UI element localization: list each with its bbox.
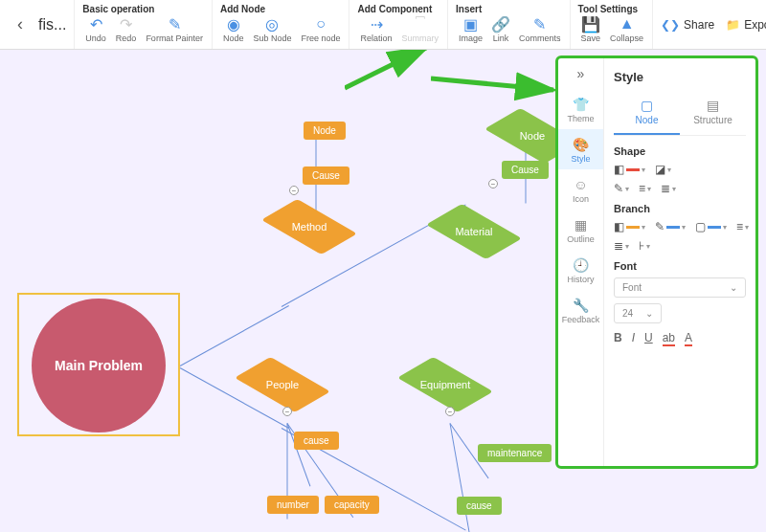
panel-content: Style ▢Node ▤Structure Shape ◧▾ ◪▾ ✎▾ ≡▾…: [604, 58, 755, 466]
people-capacity-tag[interactable]: capacity: [325, 496, 379, 514]
branch-style2-control[interactable]: ⊦▾: [639, 239, 650, 253]
panel-collapse-button[interactable]: »: [558, 58, 603, 89]
pen-icon: ✎: [614, 182, 623, 195]
branch-lines-control[interactable]: ≡▾: [736, 220, 749, 233]
insert-link-button[interactable]: 🔗Link: [487, 15, 514, 43]
collapse-icon: ▲: [619, 15, 636, 33]
share-icon: ❮❯: [661, 18, 680, 32]
top-toolbar: ‹ fis... Basic operation ↶Undo ↷Redo ✎Fo…: [0, 0, 766, 50]
comments-icon: ✎: [531, 15, 549, 33]
border-color-control[interactable]: ✎▾: [614, 182, 629, 195]
shape-fill-control[interactable]: ◧▾: [614, 163, 645, 176]
chevron-down-icon: ⌄: [645, 308, 653, 319]
people-number-tag[interactable]: number: [267, 496, 319, 514]
redo-button[interactable]: ↷Redo: [111, 15, 142, 43]
branch-pen-control[interactable]: ✎▾: [655, 220, 686, 233]
section-branch-label: Branch: [614, 203, 746, 214]
people-cause-tag[interactable]: cause: [294, 432, 339, 450]
main-problem-label: Main Problem: [55, 358, 143, 373]
section-font-label: Font: [614, 260, 746, 272]
collapse-dot[interactable]: −: [282, 407, 292, 416]
branch-fill-control[interactable]: ◧▾: [614, 220, 645, 233]
material-cause-tag[interactable]: Cause: [502, 161, 549, 179]
method-cause-tag[interactable]: Cause: [303, 166, 349, 185]
branch-style1-control[interactable]: ≣▾: [614, 239, 629, 253]
shape-type-control[interactable]: ◪▾: [655, 163, 671, 176]
material-node[interactable]: Material: [440, 198, 507, 265]
brush-icon: ✎: [166, 15, 183, 33]
lines-icon: ≡: [736, 220, 743, 233]
panel-tab-history[interactable]: 🕘History: [558, 250, 603, 290]
panel-tab-outline[interactable]: ▦Outline: [558, 210, 603, 250]
highlight-button[interactable]: ab: [663, 331, 675, 346]
shirt-icon: 👕: [572, 95, 591, 114]
palette-icon: 🎨: [572, 135, 591, 154]
undo-button[interactable]: ↶Undo: [80, 15, 111, 43]
italic-button[interactable]: I: [632, 331, 635, 346]
font-family-select[interactable]: Font⌄: [614, 277, 746, 298]
node-icon: ◉: [225, 15, 242, 33]
summary-button[interactable]: ⎴Summary: [397, 15, 444, 43]
add-freenode-button[interactable]: ○Free node: [296, 15, 345, 43]
branch-icon: ⊦: [639, 239, 644, 253]
font-color-button[interactable]: A: [685, 331, 692, 346]
filename: fis...: [38, 16, 66, 33]
add-node-button[interactable]: ◉Node: [218, 15, 249, 43]
grid-icon: ▦: [572, 215, 591, 234]
collapse-dot[interactable]: −: [289, 186, 299, 195]
panel-sidebar: » 👕Theme 🎨Style ☺Icon ▦Outline 🕘History …: [558, 58, 604, 466]
group-basic: Basic operation ↶Undo ↷Redo ✎Format Pain…: [75, 0, 213, 49]
font-size-select[interactable]: 24⌄: [614, 303, 662, 323]
shape-icon: ◪: [655, 163, 665, 176]
format-painter-button[interactable]: ✎Format Painter: [141, 15, 208, 43]
collapse-dot[interactable]: −: [445, 407, 455, 416]
border-width-control[interactable]: ≡▾: [639, 182, 651, 195]
freenode-icon: ○: [312, 15, 329, 33]
main-problem-node[interactable]: Main Problem: [17, 293, 180, 436]
line-style-icon: ≣: [661, 182, 670, 195]
line-style-icon: ≣: [614, 239, 623, 253]
underline-button[interactable]: U: [644, 331, 653, 346]
subtab-node[interactable]: ▢Node: [614, 94, 680, 135]
highlight-arrow-icon: [431, 69, 565, 107]
relation-icon: ⇢: [368, 15, 385, 33]
add-subnode-button[interactable]: ◎Sub Node: [248, 15, 296, 43]
wrench-icon: 🔧: [572, 296, 591, 315]
svg-line-0: [345, 50, 426, 88]
panel-title: Style: [614, 66, 746, 94]
subnode-icon: ◎: [263, 15, 281, 33]
border-style-control[interactable]: ≣▾: [661, 182, 676, 195]
group-insert: Insert ▣Image 🔗Link ✎Comments: [448, 0, 571, 49]
save-button[interactable]: 💾Save: [576, 15, 606, 43]
method-node-tag[interactable]: Node: [304, 122, 346, 140]
section-shape-label: Shape: [614, 145, 746, 157]
style-panel: » 👕Theme 🎨Style ☺Icon ▦Outline 🕘History …: [555, 55, 758, 469]
collapse-dot[interactable]: −: [488, 179, 498, 188]
clock-icon: 🕘: [572, 255, 591, 275]
share-button[interactable]: ❮❯Share: [661, 18, 714, 32]
line-weight-icon: ≡: [639, 182, 645, 195]
collapse-button[interactable]: ▲Collapse: [605, 15, 648, 43]
bold-button[interactable]: B: [614, 331, 622, 346]
group-tool-settings: Tool Settings 💾Save ▲Collapse: [571, 0, 654, 49]
insert-image-button[interactable]: ▣Image: [454, 15, 487, 43]
export-button[interactable]: 📁Export: [726, 18, 766, 32]
panel-tab-theme[interactable]: 👕Theme: [558, 89, 603, 129]
panel-tab-style[interactable]: 🎨Style: [558, 129, 603, 169]
save-icon: 💾: [582, 15, 599, 33]
highlight-arrow-icon: [345, 50, 440, 93]
back-area: ‹ fis...: [0, 0, 75, 49]
insert-comments-button[interactable]: ✎Comments: [514, 15, 566, 43]
method-node[interactable]: Method: [276, 193, 343, 260]
back-button[interactable]: ‹: [8, 11, 33, 38]
node-shape-icon: ▢: [614, 98, 680, 113]
chevron-down-icon: ⌄: [730, 282, 737, 293]
panel-tab-feedback[interactable]: 🔧Feedback: [558, 290, 603, 330]
relation-button[interactable]: ⇢Relation: [355, 15, 396, 43]
panel-tab-icon[interactable]: ☺Icon: [558, 169, 603, 210]
equipment-cause-tag[interactable]: cause: [457, 497, 502, 515]
branch-box-control[interactable]: ▢▾: [695, 220, 727, 233]
subtab-structure[interactable]: ▤Structure: [680, 94, 746, 135]
equipment-maintenance-tag[interactable]: maintenance: [478, 444, 552, 462]
structure-icon: ▤: [680, 98, 746, 113]
